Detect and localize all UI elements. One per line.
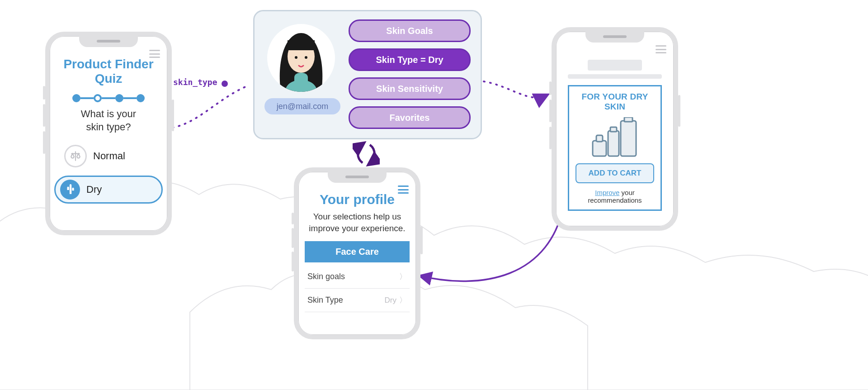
profile-subtitle: Your selections help us improve your exp… bbox=[308, 211, 406, 234]
products-icon bbox=[574, 114, 656, 158]
svg-rect-1 bbox=[288, 40, 315, 50]
svg-point-2 bbox=[295, 56, 297, 59]
quiz-stepper bbox=[72, 94, 145, 102]
skeleton-bar bbox=[588, 60, 642, 71]
flow-label-skin-type: skin_type bbox=[173, 77, 217, 87]
flow-dot bbox=[222, 81, 228, 87]
quiz-question: What is your skin type? bbox=[56, 108, 161, 133]
chevron-right-icon: 〉 bbox=[399, 271, 407, 282]
skeleton-bar bbox=[568, 74, 662, 79]
avatar bbox=[267, 24, 335, 92]
profile-row-label: Skin goals bbox=[307, 272, 345, 281]
chevron-right-icon: 〉 bbox=[399, 295, 407, 305]
attr-favorites: Favorites bbox=[349, 106, 471, 129]
phone-profile: Your profile Your selections help us imp… bbox=[294, 167, 420, 339]
profile-title: Your profile bbox=[305, 192, 410, 207]
cactus-icon bbox=[60, 180, 80, 200]
add-to-cart-button[interactable]: ADD TO CART bbox=[576, 163, 654, 183]
profile-data-card: jen@mail.com Skin Goals Skin Type = Dry … bbox=[253, 10, 482, 139]
phone-quiz: Product FinderQuiz What is your skin typ… bbox=[45, 32, 172, 235]
recommendation-card: FOR YOUR DRY SKIN ADD TO CART bbox=[568, 85, 662, 211]
quiz-title: Product FinderQuiz bbox=[56, 57, 161, 86]
svg-rect-9 bbox=[596, 135, 603, 142]
phone-recommendation: FOR YOUR DRY SKIN ADD TO CART bbox=[552, 27, 678, 231]
reco-footnote: Improve your recommendations bbox=[574, 189, 656, 204]
profile-row-skin-type[interactable]: Skin Type Dry〉 bbox=[305, 289, 410, 312]
sync-icon bbox=[353, 140, 380, 167]
attr-skin-goals: Skin Goals bbox=[349, 19, 471, 42]
svg-rect-7 bbox=[610, 127, 617, 132]
svg-rect-8 bbox=[593, 141, 606, 156]
attr-skin-type: Skin Type = Dry bbox=[349, 48, 471, 71]
scale-icon bbox=[64, 145, 87, 167]
profile-row-skin-goals[interactable]: Skin goals 〉 bbox=[305, 265, 410, 289]
option-dry-label: Dry bbox=[86, 184, 102, 195]
attr-skin-sensitivity: Skin Sensitivity bbox=[349, 77, 471, 100]
option-normal-label: Normal bbox=[93, 150, 125, 162]
reco-heading: FOR YOUR DRY SKIN bbox=[574, 92, 656, 112]
tab-face-care[interactable]: Face Care bbox=[305, 241, 410, 262]
svg-rect-5 bbox=[624, 117, 632, 122]
option-dry[interactable]: Dry bbox=[54, 176, 163, 204]
option-normal[interactable]: Normal bbox=[60, 141, 157, 171]
improve-link[interactable]: Improve bbox=[595, 189, 619, 196]
svg-rect-6 bbox=[608, 131, 619, 156]
svg-point-3 bbox=[305, 56, 307, 59]
svg-rect-4 bbox=[621, 121, 636, 156]
profile-row-label: Skin Type bbox=[307, 295, 343, 305]
profile-email: jen@mail.com bbox=[264, 98, 340, 114]
